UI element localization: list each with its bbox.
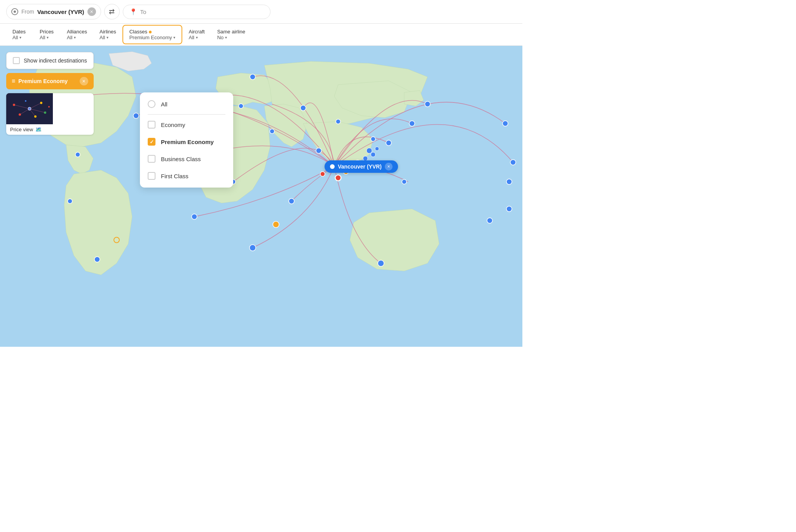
first-class-label: First Class xyxy=(161,173,189,179)
map-icon: 🗺️ xyxy=(35,127,42,132)
to-label: To xyxy=(140,9,147,15)
filter-same-airline[interactable]: Same airline No ▾ xyxy=(211,26,251,43)
svg-point-4 xyxy=(506,206,512,212)
close-vancouver-button[interactable]: × xyxy=(385,163,393,170)
search-bar: From Vancouver (YVR) × ⇄ 📍 To xyxy=(0,0,522,24)
vancouver-label: Vancouver (YVR) xyxy=(338,163,382,170)
filter-lines-icon: ≡ xyxy=(12,78,15,85)
dropdown-item-all[interactable]: All xyxy=(140,96,233,113)
svg-point-17 xyxy=(300,105,306,111)
filter-prices[interactable]: Prices All ▾ xyxy=(33,26,61,43)
premium-economy-label: Premium Economy xyxy=(18,78,79,84)
vancouver-dot-icon xyxy=(330,164,335,169)
aircraft-value: All ▾ xyxy=(189,35,204,40)
svg-point-6 xyxy=(409,121,415,126)
filter-alliances[interactable]: Alliances All ▾ xyxy=(61,26,93,43)
alliances-value: All ▾ xyxy=(67,35,87,40)
same-airline-value: No ▾ xyxy=(217,35,245,40)
swap-button[interactable]: ⇄ xyxy=(104,4,120,19)
prices-value: All ▾ xyxy=(40,35,54,40)
header: From Vancouver (YVR) × ⇄ 📍 To Dates All … xyxy=(0,0,522,46)
from-label: From xyxy=(21,9,34,15)
svg-point-1 xyxy=(503,121,508,126)
indirect-label: Show indirect destinations xyxy=(24,57,87,64)
filter-bar: Dates All ▾ Prices All ▾ Alliances All ▾… xyxy=(0,24,522,45)
svg-point-39 xyxy=(367,148,372,153)
airlines-label: Airlines xyxy=(100,29,116,35)
svg-point-29 xyxy=(371,137,375,141)
svg-point-11 xyxy=(192,214,197,219)
business-class-checkbox xyxy=(148,155,155,163)
filter-airlines[interactable]: Airlines All ▾ xyxy=(93,26,122,43)
aircraft-label: Aircraft xyxy=(189,29,204,35)
svg-point-50 xyxy=(25,100,26,102)
premium-economy-option-label: Premium Economy xyxy=(161,139,214,145)
price-view-card[interactable]: Price view 🗺️ xyxy=(6,93,94,135)
classes-value: Premium Economy ▾ xyxy=(129,35,176,40)
svg-point-7 xyxy=(425,101,430,107)
dropdown-item-business-class[interactable]: Business Class xyxy=(140,150,233,167)
svg-point-42 xyxy=(375,147,379,151)
svg-point-3 xyxy=(506,179,512,184)
svg-point-5 xyxy=(487,218,492,223)
clear-from-button[interactable]: × xyxy=(87,7,96,16)
svg-point-30 xyxy=(336,119,340,124)
price-view-label: Price view 🗺️ xyxy=(6,124,94,135)
svg-point-51 xyxy=(48,106,50,108)
all-radio xyxy=(148,100,155,108)
svg-point-16 xyxy=(250,74,255,80)
map-container[interactable]: Show indirect destinations ≡ Premium Eco… xyxy=(0,46,522,347)
from-field[interactable]: From Vancouver (YVR) × xyxy=(6,4,101,19)
to-field[interactable]: 📍 To xyxy=(123,5,271,19)
same-airline-label: Same airline xyxy=(217,29,245,35)
filter-aircraft[interactable]: Aircraft All ▾ xyxy=(182,26,211,43)
svg-point-21 xyxy=(68,199,72,203)
svg-point-20 xyxy=(75,152,80,157)
map-overlay: Show indirect destinations ≡ Premium Eco… xyxy=(6,52,94,135)
svg-point-34 xyxy=(114,237,119,243)
prices-label: Prices xyxy=(40,29,54,35)
dropdown-item-first-class[interactable]: First Class xyxy=(140,167,233,184)
svg-point-8 xyxy=(402,179,407,184)
dates-label: Dates xyxy=(12,29,27,35)
svg-point-24 xyxy=(239,104,243,108)
price-view-thumbnail xyxy=(6,93,53,124)
dates-value: All ▾ xyxy=(12,35,27,40)
business-class-label: Business Class xyxy=(161,156,201,162)
svg-point-10 xyxy=(250,245,256,251)
svg-point-32 xyxy=(335,175,341,181)
indirect-checkbox-box xyxy=(13,57,20,64)
alliances-label: Alliances xyxy=(67,29,87,35)
svg-point-36 xyxy=(320,172,325,176)
svg-point-18 xyxy=(386,140,391,146)
premium-economy-badge[interactable]: ≡ Premium Economy × xyxy=(6,73,94,89)
filter-dates[interactable]: Dates All ▾ xyxy=(6,26,33,43)
indirect-destinations-checkbox[interactable]: Show indirect destinations xyxy=(6,52,94,69)
svg-point-22 xyxy=(94,257,100,262)
svg-point-37 xyxy=(335,175,341,181)
airlines-value: All ▾ xyxy=(100,35,116,40)
svg-point-25 xyxy=(270,129,274,134)
economy-label: Economy xyxy=(161,122,185,128)
svg-point-9 xyxy=(378,260,384,266)
from-icon xyxy=(11,8,18,15)
remove-premium-economy-button[interactable]: × xyxy=(80,77,88,85)
svg-point-26 xyxy=(316,148,321,153)
vancouver-tooltip: Vancouver (YVR) × xyxy=(325,160,398,173)
all-label: All xyxy=(161,101,168,108)
classes-dropdown: All Economy Premium Economy Business Cla… xyxy=(140,92,233,188)
svg-point-40 xyxy=(371,152,375,157)
svg-point-13 xyxy=(133,113,139,118)
dropdown-divider xyxy=(148,114,225,115)
first-class-checkbox xyxy=(148,172,155,180)
location-pin-icon: 📍 xyxy=(129,8,137,16)
economy-checkbox xyxy=(148,121,155,129)
filter-classes[interactable]: Classes Premium Economy ▾ xyxy=(122,25,183,44)
svg-point-33 xyxy=(273,221,279,228)
dropdown-item-economy[interactable]: Economy xyxy=(140,116,233,133)
classes-label: Classes xyxy=(129,29,176,35)
premium-economy-checkbox xyxy=(148,138,155,146)
from-value: Vancouver (YVR) xyxy=(37,9,84,15)
svg-point-2 xyxy=(510,160,516,165)
dropdown-item-premium-economy[interactable]: Premium Economy xyxy=(140,133,233,150)
